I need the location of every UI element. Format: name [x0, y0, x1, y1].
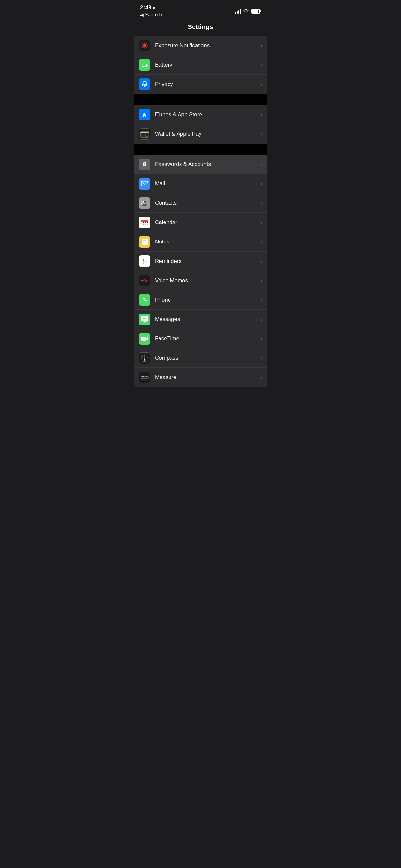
svg-point-22	[144, 164, 145, 165]
privacy-label: Privacy	[155, 81, 258, 88]
search-back-label: Search	[145, 11, 162, 18]
signal-bar-3	[238, 10, 239, 13]
settings-row-privacy[interactable]: Privacy ›	[134, 74, 267, 94]
svg-rect-36	[142, 258, 148, 265]
svg-rect-19	[141, 132, 149, 132]
compass-chevron: ›	[260, 355, 262, 361]
battery-icon	[139, 59, 150, 71]
svg-point-39	[143, 262, 144, 264]
voicememos-icon	[139, 275, 150, 286]
svg-rect-44	[142, 283, 148, 283]
settings-row-messages[interactable]: Messages ›	[134, 310, 267, 329]
svg-point-24	[143, 201, 146, 204]
svg-point-47	[146, 318, 147, 319]
calendar-chevron: ›	[260, 220, 262, 225]
signal-bars-icon	[235, 9, 241, 13]
facetime-chevron: ›	[260, 336, 262, 341]
page-title: Settings	[140, 23, 261, 31]
settings-row-contacts[interactable]: Contacts ›	[134, 193, 267, 213]
calendar-label: Calendar	[155, 219, 258, 226]
reminders-chevron: ›	[260, 259, 262, 264]
notes-chevron: ›	[260, 239, 262, 244]
settings-row-facetime[interactable]: FaceTime ›	[134, 329, 267, 348]
settings-row-phone[interactable]: Phone ›	[134, 290, 267, 310]
mail-chevron: ›	[260, 181, 262, 186]
privacy-chevron: ›	[260, 82, 262, 87]
passwords-label: Passwords & Accounts	[155, 161, 258, 167]
calendar-icon: ● ● ● ● ● ●	[139, 217, 150, 228]
svg-text:● ● ●: ● ● ●	[143, 221, 149, 223]
phone-icon	[139, 294, 150, 306]
settings-row-voicememos[interactable]: Voice Memos ›	[134, 271, 267, 290]
settings-section-1: Exposure Notifications › Battery › Priva…	[134, 36, 267, 94]
voicememos-label: Voice Memos	[155, 277, 258, 284]
svg-point-7	[146, 47, 147, 48]
svg-rect-20	[145, 134, 149, 136]
svg-rect-57	[141, 376, 148, 379]
svg-point-2	[144, 42, 145, 43]
passwords-icon	[139, 159, 150, 170]
messages-chevron: ›	[260, 317, 262, 322]
notes-label: Notes	[155, 239, 258, 245]
exposure-notifications-chevron: ›	[260, 43, 262, 48]
appstore-icon: A	[139, 109, 150, 120]
notes-icon	[139, 236, 150, 248]
wifi-icon	[243, 9, 249, 14]
phone-chevron: ›	[260, 298, 262, 303]
measure-icon	[139, 372, 150, 383]
settings-section-3: Passwords & Accounts › Mail › Contacts ›	[134, 155, 267, 387]
status-left: 2:49 ▶ ◀ Search	[140, 4, 162, 18]
messages-icon	[139, 314, 150, 325]
settings-row-wallet[interactable]: Wallet & Apple Pay ›	[134, 124, 267, 144]
settings-row-compass[interactable]: N S W E Compass ›	[134, 348, 267, 368]
settings-row-notes[interactable]: Notes ›	[134, 232, 267, 252]
svg-point-37	[143, 259, 144, 260]
search-back-button[interactable]: ◀ Search	[140, 11, 162, 18]
page-title-bar: Settings	[134, 20, 267, 36]
svg-point-46	[144, 318, 145, 319]
contacts-icon	[139, 197, 150, 209]
settings-row-passwords[interactable]: Passwords & Accounts ›	[134, 155, 267, 174]
svg-point-6	[143, 43, 143, 44]
signal-bar-4	[240, 9, 241, 13]
compass-label: Compass	[155, 355, 258, 361]
svg-point-9	[143, 47, 143, 48]
contacts-chevron: ›	[260, 200, 262, 206]
reminders-icon	[139, 255, 150, 267]
settings-row-reminders[interactable]: Reminders ›	[134, 252, 267, 271]
svg-rect-26	[141, 203, 142, 204]
settings-row-measure[interactable]: Measure ›	[134, 368, 267, 387]
settings-section-2: A iTunes & App Store › Wallet & Apple Pa…	[134, 105, 267, 144]
signal-bar-1	[235, 12, 236, 13]
svg-rect-23	[142, 182, 148, 186]
phone-label: Phone	[155, 297, 258, 303]
measure-label: Measure	[155, 374, 258, 381]
settings-row-battery[interactable]: Battery ›	[134, 55, 267, 74]
battery-chevron: ›	[260, 62, 262, 67]
settings-row-calendar[interactable]: ● ● ● ● ● ● Calendar ›	[134, 213, 267, 232]
svg-point-38	[143, 261, 144, 262]
svg-point-0	[143, 44, 146, 47]
settings-row-mail[interactable]: Mail ›	[134, 174, 267, 193]
facetime-label: FaceTime	[155, 336, 258, 342]
status-right	[235, 9, 261, 14]
svg-rect-12	[147, 65, 148, 66]
privacy-icon	[139, 79, 150, 90]
settings-row-exposure[interactable]: Exposure Notifications ›	[134, 36, 267, 55]
settings-row-appstore[interactable]: A iTunes & App Store ›	[134, 105, 267, 124]
battery-label: Battery	[155, 62, 258, 68]
svg-rect-25	[141, 202, 142, 203]
time-text: 2:49	[140, 4, 151, 11]
status-bar: 2:49 ▶ ◀ Search	[134, 0, 267, 20]
section-separator-2	[134, 144, 267, 155]
messages-label: Messages	[155, 316, 258, 322]
exposure-notifications-icon	[139, 40, 150, 51]
svg-rect-48	[142, 337, 146, 341]
mail-icon	[139, 178, 150, 190]
time-display: 2:49 ▶	[140, 4, 162, 11]
svg-point-45	[143, 318, 144, 319]
appstore-chevron: ›	[260, 112, 262, 117]
svg-point-4	[142, 45, 143, 46]
facetime-icon	[139, 333, 150, 345]
svg-point-3	[144, 48, 145, 49]
